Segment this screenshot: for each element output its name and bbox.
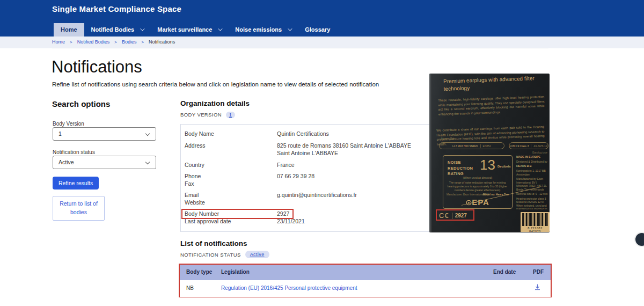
breadcrumb-notified-bodies[interactable]: Notified Bodies bbox=[77, 39, 110, 45]
field-value: Saint Antoine L'ABBAYE bbox=[277, 150, 454, 156]
nrr-title: NOISE REDUCTION RATING bbox=[448, 160, 473, 177]
floating-widget-button[interactable] bbox=[635, 233, 644, 246]
field-value: 23/11/2021 bbox=[277, 218, 454, 224]
notification-status-value: Active bbox=[58, 159, 74, 165]
nrr-manufacturer: Manufacturer: Eson International BV bbox=[447, 193, 488, 196]
barcode-number: 8 721082 842020 bbox=[522, 227, 548, 232]
barcode-bars bbox=[522, 213, 548, 226]
organization-details-heading: Organization details bbox=[180, 99, 250, 107]
photo-side-text: MADE IN EUROPE Designed & Distributed by… bbox=[516, 155, 548, 209]
made-in-line: MADE IN EUROPE bbox=[516, 155, 548, 159]
field-label: Last approval date bbox=[185, 218, 276, 224]
app-title: Single Market Compliance Space bbox=[52, 4, 181, 13]
nav-tab-home[interactable]: Home bbox=[54, 23, 84, 37]
breadcrumb-separator-icon: > bbox=[70, 40, 72, 45]
divider bbox=[452, 213, 452, 219]
page-subtitle: Refine list of notifications using searc… bbox=[52, 81, 379, 88]
return-to-list-button[interactable]: Return to list of bodies bbox=[53, 196, 105, 221]
field-label: Phone bbox=[185, 173, 276, 179]
chevron-down-icon bbox=[145, 160, 150, 164]
chevron-down-icon bbox=[140, 26, 144, 31]
table-header-row: Body type Legislation End date PDF bbox=[180, 265, 551, 280]
barcode: 8 721082 842020 bbox=[521, 212, 550, 232]
field-value: g.quintin@quintincertifications.fr bbox=[277, 192, 454, 198]
field-label: Website bbox=[185, 199, 276, 206]
nav-tab-label: Home bbox=[61, 26, 77, 33]
nav-tab-label: Glossary bbox=[305, 26, 330, 33]
ce-marking: C€ 2927 bbox=[439, 212, 467, 220]
photo-brand: Hears One bbox=[441, 137, 456, 140]
photo-edge bbox=[429, 74, 432, 232]
column-header-end-date: End date bbox=[493, 269, 516, 275]
field-label: Address bbox=[185, 142, 276, 149]
main-nav: Home Notified Bodies Market surveillance… bbox=[54, 23, 337, 37]
nrr-title-line: NOISE bbox=[448, 160, 473, 166]
cert-pill-left: L17 M16 H20 SNR20 EN352 bbox=[439, 142, 504, 149]
divider bbox=[52, 48, 548, 48]
field-value: 2927 bbox=[277, 210, 454, 217]
made-in-line: Hearing protector class 3 tested to AS/N… bbox=[516, 197, 548, 210]
column-header-body-type: Body type bbox=[186, 269, 212, 275]
breadcrumb-home[interactable]: Home bbox=[52, 39, 65, 45]
nrr-title-line: REDUCTION bbox=[448, 166, 473, 172]
nav-tab-market-surveillance[interactable]: Market surveillance bbox=[150, 23, 228, 37]
nav-tab-noise-emissions[interactable]: Noise emissions bbox=[228, 23, 298, 37]
made-in-line: Koningsplein 1, 1017 BB Amsterdam bbox=[516, 169, 548, 176]
refine-results-button[interactable]: Refine results bbox=[53, 177, 99, 190]
field-label: Body Number bbox=[185, 210, 276, 217]
field-label: Body Name bbox=[185, 130, 276, 137]
page: Single Market Compliance Space Home Noti… bbox=[0, 0, 644, 306]
made-in-line: Designed & Distributed by bbox=[516, 160, 548, 164]
nrr-description: The range of noise reduction ratings for… bbox=[447, 181, 508, 192]
pill-caption: Earplug type bbox=[509, 151, 547, 154]
chevron-down-icon bbox=[218, 26, 223, 31]
field-label: Fax bbox=[185, 180, 276, 187]
body-version-kicker-label: BODY VERSION bbox=[180, 112, 222, 118]
field-value: 07 66 29 39 28 bbox=[277, 173, 454, 179]
breadcrumb-bar: Home > Notified Bodies > Bodies > Notifi… bbox=[0, 37, 644, 48]
field-label: Email bbox=[185, 192, 276, 198]
breadcrumb: Home > Notified Bodies > Bodies > Notifi… bbox=[52, 39, 175, 45]
breadcrumb-bodies[interactable]: Bodies bbox=[122, 39, 137, 45]
nrr-value: 13 bbox=[480, 157, 495, 173]
epa-logo: EPA bbox=[443, 198, 512, 207]
notification-status-kicker: NOTIFICATION STATUS bbox=[180, 252, 241, 258]
cell-body-type: NB bbox=[186, 285, 194, 291]
ce-number: 2927 bbox=[455, 213, 467, 218]
list-of-notifications-heading: List of notifications bbox=[180, 239, 247, 247]
nav-tab-label: Noise emissions bbox=[235, 26, 282, 33]
photo-paragraph: These reusable, high-fidelity earplugs o… bbox=[438, 94, 545, 117]
body-version-select[interactable]: 1 bbox=[53, 127, 156, 141]
made-in-line: Nominal size ø: 9 - 12 mm bbox=[516, 192, 548, 196]
field-value: Quintin Certifications bbox=[277, 130, 454, 137]
breadcrumb-separator-icon: > bbox=[141, 40, 144, 45]
product-photo: Premium earplugs with advanced filter te… bbox=[429, 74, 550, 232]
body-version-label: Body Version bbox=[53, 121, 84, 127]
field-label: Country bbox=[185, 162, 276, 168]
nav-tab-label: Notified Bodies bbox=[91, 26, 135, 33]
made-in-line: HEARS B.V. bbox=[516, 164, 548, 168]
cert-standard: AS-NZS 1270 bbox=[531, 144, 548, 148]
nrr-unit: Decibels bbox=[497, 165, 511, 168]
download-pdf-icon[interactable] bbox=[534, 283, 541, 293]
table-row: NB Regulation (EU) 2016/425 Personal pro… bbox=[180, 280, 551, 297]
column-header-pdf: PDF bbox=[533, 269, 544, 275]
body-version-badge: 1 bbox=[226, 112, 235, 118]
status-badge: Active bbox=[245, 251, 269, 258]
cert-values: L17 M16 H20 SNR20 bbox=[452, 144, 478, 148]
nav-tab-glossary[interactable]: Glossary bbox=[298, 23, 337, 37]
body-version-value: 1 bbox=[58, 130, 62, 137]
notifications-table: Body type Legislation End date PDF NB Re… bbox=[179, 264, 552, 297]
body-version-kicker: BODY VERSION1 bbox=[180, 112, 235, 118]
nav-tab-notified-bodies[interactable]: Notified Bodies bbox=[84, 23, 151, 37]
cert-values: SLC80 19 Class 3 bbox=[509, 144, 529, 148]
notification-status-select[interactable]: Active bbox=[53, 156, 156, 169]
column-header-legislation: Legislation bbox=[221, 269, 250, 275]
notification-status-row: NOTIFICATION STATUS Active bbox=[180, 251, 269, 258]
chevron-down-icon bbox=[288, 26, 292, 31]
legislation-link[interactable]: Regulation (EU) 2016/425 Personal protec… bbox=[221, 285, 357, 291]
app-header: Single Market Compliance Space Home Noti… bbox=[0, 0, 644, 37]
breadcrumb-current: Notifications bbox=[149, 39, 175, 45]
nrr-note: (When used as directed) bbox=[443, 176, 512, 179]
made-in-line: Manufactured by Eson International BV | … bbox=[516, 177, 548, 191]
